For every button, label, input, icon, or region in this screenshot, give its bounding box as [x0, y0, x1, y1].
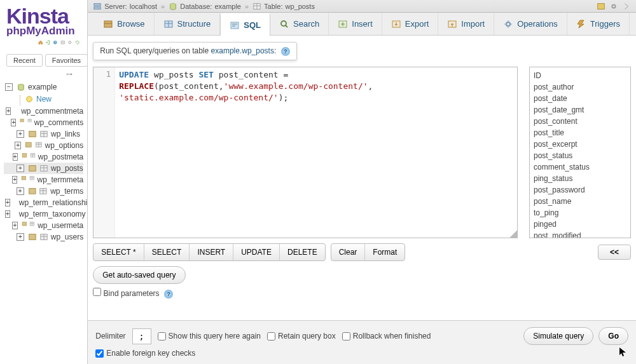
expand-icon[interactable]: + — [17, 130, 24, 138]
show-again-label[interactable]: Show this query here again — [158, 332, 261, 340]
reload-icon[interactable] — [75, 40, 80, 49]
bc-table-value[interactable]: wp_posts — [285, 3, 314, 10]
tree-table-row[interactable]: +wp_posts — [4, 163, 83, 174]
logout-icon[interactable] — [46, 40, 51, 49]
column-item[interactable]: post_date — [534, 93, 626, 104]
get-autosaved-button[interactable]: Get auto-saved query — [93, 266, 185, 284]
expand-icon[interactable]: + — [17, 187, 24, 195]
retain-checkbox[interactable] — [267, 332, 275, 340]
help-icon[interactable]: ? — [164, 290, 173, 299]
expand-icon[interactable]: + — [12, 176, 17, 184]
insert-button[interactable]: INSERT — [190, 244, 233, 260]
sql-icon[interactable] — [60, 40, 66, 49]
tree-new-row[interactable]: New — [4, 93, 83, 105]
nav-tab-browse[interactable]: Browse — [94, 13, 154, 35]
expand-icon[interactable]: + — [11, 119, 16, 126]
fk-checks-checkbox[interactable] — [95, 349, 104, 358]
browse-icon[interactable] — [28, 187, 37, 196]
bc-db-value[interactable]: example — [214, 3, 241, 10]
format-button[interactable]: Format — [365, 244, 404, 260]
home-icon[interactable] — [38, 40, 43, 49]
query-header-link[interactable]: example.wp_posts — [211, 46, 274, 55]
simulate-button[interactable]: Simulate query — [523, 327, 593, 345]
docs-icon[interactable]: ? — [53, 40, 58, 49]
chevron-icon[interactable] — [622, 2, 631, 11]
column-item[interactable]: to_ping — [534, 207, 626, 219]
delimiter-input[interactable] — [132, 328, 151, 344]
column-item[interactable]: pinged — [534, 219, 626, 230]
expand-icon[interactable]: + — [17, 233, 24, 241]
tree-table-row[interactable]: +wp_termmeta — [4, 174, 83, 185]
gear-icon[interactable] — [609, 2, 618, 11]
resize-handle[interactable] — [509, 230, 517, 238]
expand-icon[interactable]: + — [5, 199, 10, 206]
expand-icon[interactable]: + — [17, 165, 24, 172]
nav-tab-operations[interactable]: Operations — [494, 13, 567, 35]
column-item[interactable]: ID — [534, 70, 626, 81]
nav-tab-triggers[interactable]: Triggers — [567, 13, 630, 35]
tree-table-row[interactable]: +wp_terms — [4, 185, 83, 197]
expand-icon[interactable]: + — [6, 107, 11, 115]
column-item[interactable]: post_excerpt — [534, 138, 626, 150]
tree-table-row[interactable]: +wp_postmeta — [4, 151, 83, 163]
browse-icon[interactable] — [28, 130, 37, 138]
column-item[interactable]: post_author — [534, 81, 626, 93]
rollback-checkbox[interactable] — [342, 332, 350, 340]
recent-tab[interactable]: Recent — [6, 54, 43, 67]
expand-icon[interactable]: + — [13, 153, 18, 161]
tree-table-row[interactable]: +wp_users — [4, 231, 83, 243]
expand-icon[interactable]: + — [5, 210, 10, 218]
tree-table-row[interactable]: +wp_options — [4, 140, 83, 151]
column-item[interactable]: post_date_gmt — [534, 104, 626, 116]
expand-icon[interactable]: + — [15, 142, 21, 149]
nav-tab-sql[interactable]: SQL — [220, 13, 270, 36]
browse-icon[interactable] — [15, 107, 15, 116]
collapse-icon[interactable]: − — [5, 83, 13, 91]
column-item[interactable]: ping_status — [534, 173, 626, 184]
tree-table-row[interactable]: +wp_commentmeta — [4, 105, 83, 117]
tree-table-row[interactable]: +wp_comments — [4, 117, 83, 128]
show-again-checkbox[interactable] — [158, 332, 166, 340]
column-list[interactable]: IDpost_authorpost_datepost_date_gmtpost_… — [529, 67, 631, 238]
browse-icon[interactable] — [20, 118, 24, 127]
column-item[interactable]: post_status — [534, 150, 626, 161]
help-icon[interactable]: ? — [281, 47, 290, 56]
column-item[interactable]: post_name — [534, 196, 626, 207]
fk-checks-label[interactable]: Enable foreign key checks — [95, 349, 195, 358]
browse-icon[interactable] — [22, 152, 27, 161]
panel-snap-toggle[interactable]: ⊶ — [0, 71, 87, 81]
bind-params-checkbox[interactable] — [93, 288, 101, 296]
expand-icon[interactable]: + — [12, 222, 17, 229]
update-button[interactable]: UPDATE — [233, 244, 280, 260]
tree-table-row[interactable]: +wp_term_taxonomy — [4, 208, 83, 220]
browse-icon[interactable] — [21, 175, 27, 184]
browse-icon[interactable] — [25, 141, 32, 150]
retain-label[interactable]: Retain query box — [267, 332, 336, 340]
favorites-tab[interactable]: Favorites — [45, 54, 88, 67]
nav-tab-search[interactable]: Search — [270, 13, 329, 35]
hide-columns-button[interactable]: << — [598, 245, 631, 260]
settings-icon[interactable] — [67, 40, 73, 49]
bc-server-value[interactable]: localhost — [130, 3, 157, 10]
nav-tab-export[interactable]: Export — [382, 13, 439, 35]
select-button[interactable]: SELECT — [144, 244, 190, 260]
nav-tab-structure[interactable]: Structure — [155, 13, 221, 35]
sql-code[interactable]: UPDATE wp_posts SET post_content = REPLA… — [115, 67, 517, 238]
select-button[interactable]: SELECT * — [93, 244, 144, 260]
delete-button[interactable]: DELETE — [280, 244, 325, 260]
sql-editor[interactable]: 1 UPDATE wp_posts SET post_content = REP… — [93, 67, 518, 238]
clear-button[interactable]: Clear — [331, 244, 366, 260]
tree-table-row[interactable]: +wp_term_relationships — [4, 197, 83, 208]
browse-icon[interactable] — [28, 164, 37, 173]
column-item[interactable]: post_modified — [534, 230, 626, 238]
browse-icon[interactable] — [28, 233, 37, 241]
column-item[interactable]: post_password — [534, 184, 626, 196]
tree-db-row[interactable]: − example — [4, 81, 83, 93]
window-icon[interactable] — [597, 2, 605, 11]
nav-tab-insert[interactable]: Insert — [329, 13, 382, 35]
go-button[interactable]: Go — [598, 327, 628, 345]
nav-tab-import[interactable]: Import — [438, 13, 494, 35]
tree-table-row[interactable]: +wp_links — [4, 128, 83, 140]
column-item[interactable]: post_title — [534, 127, 626, 138]
rollback-label[interactable]: Rollback when finished — [342, 332, 431, 340]
